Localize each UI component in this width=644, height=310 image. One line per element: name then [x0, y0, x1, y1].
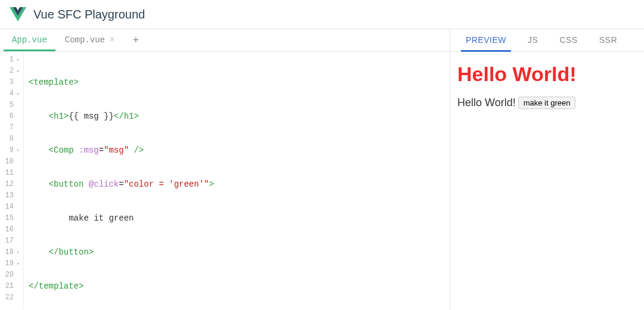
preview-pane: PREVIEW JS CSS SSR Hello World! Hello Wo… [450, 29, 644, 309]
vue-logo-icon [10, 6, 26, 23]
editor-pane: App.vue Comp.vue × + 1▾ 2▾ 3 4▾ 5 6 7 8 … [0, 29, 450, 309]
code-content[interactable]: <template> <h1>{{ msg }}</h1> <Comp :msg… [24, 52, 214, 309]
preview-tabs: PREVIEW JS CSS SSR [450, 29, 644, 52]
tab-preview[interactable]: PREVIEW [457, 29, 515, 51]
preview-row: Hello World! make it green [457, 97, 637, 109]
file-tab-label: App.vue [12, 35, 47, 45]
tab-ssr[interactable]: SSR [591, 29, 626, 51]
tab-css[interactable]: CSS [551, 29, 586, 51]
preview-comp-text: Hello World! [457, 97, 516, 109]
preview-heading: Hello World! [457, 63, 637, 86]
file-tabs: App.vue Comp.vue × + [0, 29, 450, 52]
workspace: App.vue Comp.vue × + 1▾ 2▾ 3 4▾ 5 6 7 8 … [0, 29, 644, 309]
app-header: Vue SFC Playground [0, 0, 644, 29]
add-tab-button[interactable]: + [124, 30, 147, 50]
preview-output: Hello World! Hello World! make it green [450, 52, 644, 120]
file-tab-comp-vue[interactable]: Comp.vue × [57, 30, 123, 51]
close-icon[interactable]: × [110, 35, 114, 45]
tab-js[interactable]: JS [519, 29, 546, 51]
file-tab-label: Comp.vue [65, 35, 105, 45]
page-title: Vue SFC Playground [33, 8, 145, 21]
file-tab-app-vue[interactable]: App.vue [4, 30, 55, 51]
line-gutter: 1▾ 2▾ 3 4▾ 5 6 7 8 9▾ 10 11 12 13 14 15 … [0, 52, 24, 309]
make-it-green-button[interactable]: make it green [518, 97, 576, 109]
code-editor[interactable]: 1▾ 2▾ 3 4▾ 5 6 7 8 9▾ 10 11 12 13 14 15 … [0, 52, 450, 309]
